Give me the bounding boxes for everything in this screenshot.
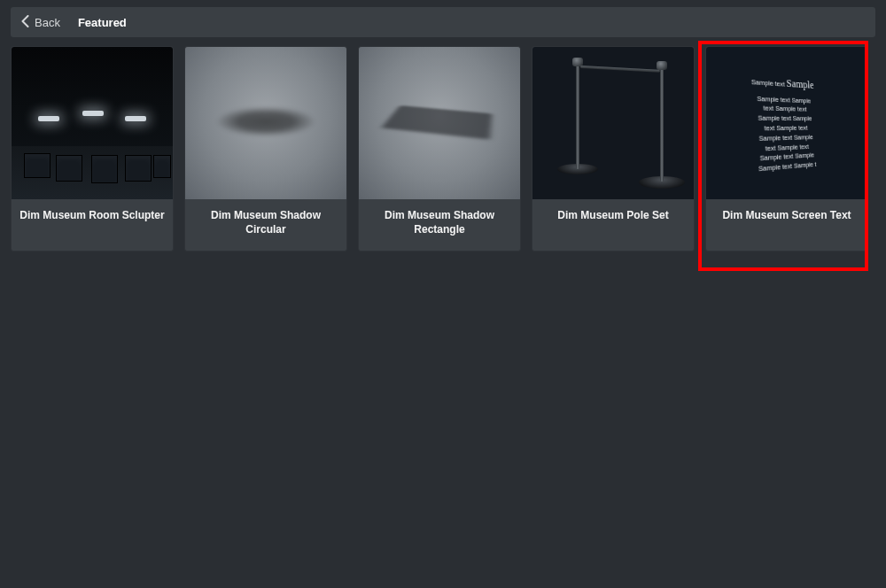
asset-label: Dim Museum Shadow Circular [185, 199, 346, 251]
asset-thumbnail [359, 47, 520, 199]
chevron-left-icon [21, 15, 29, 30]
asset-label: Dim Museum Room Sclupter [12, 199, 173, 251]
asset-label: Dim Museum Screen Text [706, 199, 867, 251]
sample-text-small: Sample text [751, 78, 785, 89]
sample-text-big: Sample [786, 76, 814, 90]
asset-card-pole-set[interactable]: Dim Museum Pole Set [532, 46, 695, 251]
topbar: Back Featured [11, 7, 875, 37]
asset-card-shadow-rectangle[interactable]: Dim Museum Shadow Rectangle [358, 46, 521, 251]
asset-card-shadow-circular[interactable]: Dim Museum Shadow Circular [184, 46, 347, 251]
page-title: Featured [78, 16, 127, 29]
asset-grid: Dim Museum Room Sclupter Dim Museum Shad… [0, 46, 886, 251]
asset-thumbnail: Sample text Sample Sample text Sample te… [706, 47, 867, 199]
asset-thumbnail [185, 47, 346, 199]
asset-thumbnail [12, 47, 173, 199]
asset-card-screen-text[interactable]: Sample text Sample Sample text Sample te… [705, 46, 868, 251]
asset-label: Dim Museum Shadow Rectangle [359, 199, 520, 251]
back-button[interactable]: Back [21, 15, 60, 30]
asset-thumbnail [532, 47, 694, 199]
sample-text-slab: Sample text Sample Sample text Sample te… [751, 73, 820, 175]
sample-text-line: Sample text Sample [753, 114, 817, 124]
asset-label: Dim Museum Pole Set [532, 199, 694, 251]
asset-card-room-sculpter[interactable]: Dim Museum Room Sclupter [11, 46, 174, 251]
back-label: Back [35, 16, 60, 29]
